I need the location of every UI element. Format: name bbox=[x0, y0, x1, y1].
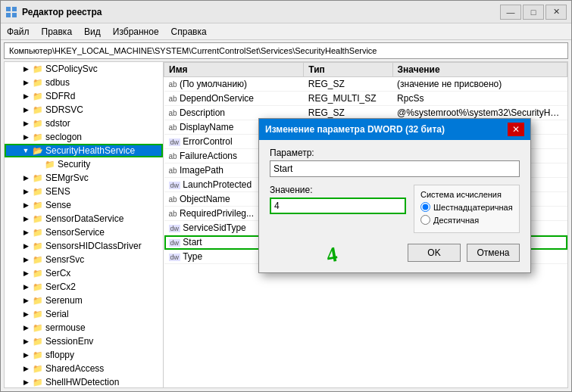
dialog-row: Значение: Система исчисления Шестнадцате… bbox=[270, 185, 520, 233]
cancel-button[interactable]: Отмена bbox=[467, 244, 520, 262]
dialog-close-button[interactable]: ✕ bbox=[508, 123, 524, 136]
dialog-overlay: Изменение параметра DWORD (32 бита) ✕ Па… bbox=[1, 1, 571, 391]
value-section: Значение: bbox=[270, 185, 406, 214]
param-label: Параметр: bbox=[270, 148, 520, 158]
dialog-body: Параметр: Значение: Система исчисления Ш… bbox=[259, 140, 530, 272]
radio-hex-label: Шестнадцатеричная bbox=[433, 203, 513, 212]
radio-section: Система исчисления Шестнадцатеричная Дес… bbox=[414, 185, 520, 233]
dialog-title-bar: Изменение параметра DWORD (32 бита) ✕ bbox=[259, 119, 530, 140]
value-input[interactable] bbox=[270, 198, 406, 214]
radio-hex-input[interactable] bbox=[420, 202, 430, 212]
radio-dec-input[interactable] bbox=[420, 215, 430, 225]
value-label: Значение: bbox=[270, 185, 406, 195]
param-input[interactable] bbox=[270, 160, 520, 177]
radio-dec-label: Десятичная bbox=[433, 216, 479, 225]
dialog-title: Изменение параметра DWORD (32 бита) bbox=[265, 124, 445, 135]
radio-hex[interactable]: Шестнадцатеричная bbox=[420, 202, 513, 212]
dialog-buttons: OK Отмена bbox=[270, 244, 520, 262]
dword-dialog: Изменение параметра DWORD (32 бита) ✕ Па… bbox=[258, 118, 531, 273]
radio-dec[interactable]: Десятичная bbox=[420, 215, 513, 225]
ok-button[interactable]: OK bbox=[408, 244, 461, 262]
radio-title: Система исчисления bbox=[420, 190, 513, 199]
